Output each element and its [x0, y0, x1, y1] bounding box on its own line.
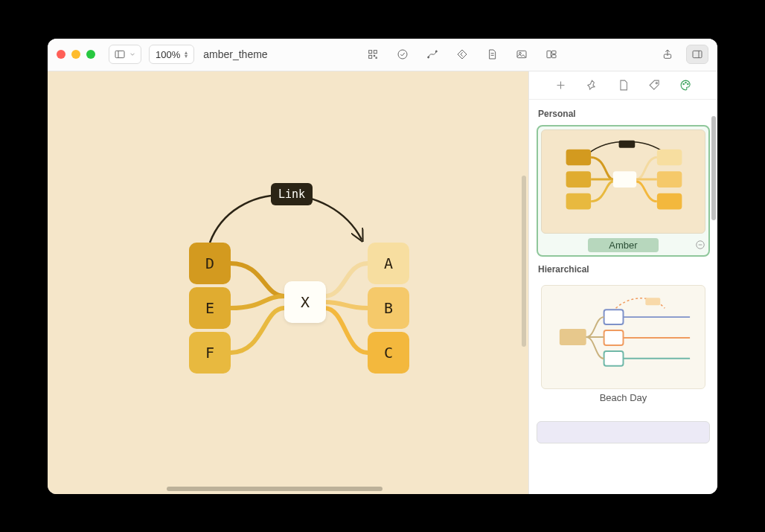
tab-themes[interactable] [679, 78, 693, 92]
plus-icon [554, 79, 567, 92]
svg-rect-39 [604, 330, 624, 345]
panel-vertical-scrollbar[interactable] [711, 116, 716, 220]
share-button[interactable] [656, 45, 679, 64]
svg-point-9 [435, 51, 437, 52]
node-label: A [384, 254, 393, 272]
svg-rect-0 [115, 51, 124, 57]
sidebar-toggle-button[interactable] [109, 45, 141, 64]
svg-rect-27 [613, 171, 637, 188]
chevron-down-icon [129, 51, 136, 58]
close-window-button[interactable] [57, 50, 65, 59]
theme-name-amber: Amber [588, 238, 658, 252]
zoom-value: 100% [156, 49, 180, 60]
svg-rect-28 [566, 149, 592, 165]
zoom-stepper[interactable]: 100% ▴▾ [149, 45, 194, 64]
svg-rect-36 [645, 298, 660, 305]
traffic-lights [57, 50, 95, 59]
qr-icon-button[interactable] [362, 45, 384, 64]
tab-document[interactable] [617, 78, 630, 92]
node-right-2[interactable]: C [368, 332, 409, 374]
svg-rect-3 [374, 51, 377, 54]
svg-rect-5 [374, 55, 374, 56]
svg-rect-15 [551, 51, 555, 54]
section-label-hierarchical: Hierarchical [538, 264, 708, 275]
theme-thumb-beach-day [541, 285, 705, 389]
svg-rect-29 [566, 171, 592, 188]
sidebar-icon [114, 48, 126, 60]
svg-point-23 [683, 83, 684, 84]
svg-rect-37 [560, 329, 586, 345]
node-label: F [205, 344, 214, 362]
curve-button[interactable] [421, 45, 444, 64]
svg-rect-40 [604, 350, 624, 365]
check-circle-button[interactable] [391, 45, 414, 64]
node-left-0[interactable]: D [189, 243, 231, 284]
svg-point-24 [685, 82, 686, 83]
fullscreen-window-button[interactable] [86, 50, 95, 59]
node-label: D [205, 254, 214, 272]
palette-icon [679, 79, 692, 92]
svg-rect-18 [693, 51, 702, 57]
theme-thumb-amber [541, 129, 705, 234]
link-label[interactable]: Link [271, 183, 313, 205]
layout-icon [545, 48, 557, 60]
panel-body[interactable]: Personal [529, 100, 717, 494]
theme-card-beach-day[interactable]: Beach Day [537, 281, 710, 408]
stepper-arrows-icon: ▴▾ [185, 51, 188, 58]
svg-point-22 [656, 82, 657, 83]
check-circle-icon [397, 48, 409, 60]
document-icon [617, 79, 630, 92]
image-button[interactable] [510, 45, 533, 64]
node-label: B [384, 299, 393, 317]
svg-rect-6 [376, 57, 377, 58]
app-window: 100% ▴▾ amber_theme [48, 39, 717, 494]
document-title: amber_theme [203, 48, 267, 60]
tab-pin[interactable] [586, 78, 599, 92]
node-left-2[interactable]: F [189, 332, 231, 374]
minimize-window-button[interactable] [71, 50, 80, 59]
node-right-1[interactable]: B [368, 287, 409, 329]
svg-point-7 [398, 50, 407, 59]
node-right-0[interactable]: A [368, 243, 409, 284]
node-label: E [205, 299, 214, 317]
node-center-label: X [301, 293, 310, 311]
tab-add[interactable] [554, 78, 568, 92]
theme-card-peek[interactable] [537, 421, 710, 443]
curve-icon [426, 48, 438, 60]
canvas-vertical-scrollbar[interactable] [522, 176, 526, 347]
note-icon [486, 48, 498, 60]
svg-point-8 [427, 57, 429, 58]
chevron-left-diamond-icon [456, 48, 468, 60]
panel-tabs [529, 71, 717, 100]
svg-rect-33 [657, 193, 682, 209]
pin-icon [586, 79, 598, 92]
layout-button[interactable] [540, 45, 563, 64]
tag-icon [648, 79, 661, 92]
titlebar: 100% ▴▾ amber_theme [48, 39, 717, 71]
svg-rect-38 [604, 310, 624, 324]
theme-name-beach-day: Beach Day [541, 392, 705, 403]
canvas-area[interactable]: Link X D E F A B C [48, 71, 528, 494]
node-left-1[interactable]: E [189, 287, 231, 329]
content-split: Link X D E F A B C [48, 71, 717, 494]
node-center[interactable]: X [284, 281, 326, 323]
inspector-toggle-button[interactable] [686, 45, 708, 64]
panel-right-icon [691, 48, 703, 60]
node-label: C [384, 344, 393, 362]
svg-rect-14 [547, 51, 551, 57]
svg-rect-32 [657, 171, 682, 188]
svg-rect-26 [619, 140, 636, 147]
back-button[interactable] [451, 45, 473, 64]
svg-rect-16 [551, 55, 555, 58]
svg-rect-30 [566, 193, 592, 209]
section-label-personal: Personal [538, 109, 708, 119]
theme-card-amber[interactable]: Amber [537, 125, 710, 257]
qr-icon [367, 48, 379, 60]
remove-theme-button[interactable] [695, 240, 705, 250]
tab-tag[interactable] [648, 78, 662, 92]
svg-rect-4 [368, 55, 371, 58]
image-icon [516, 48, 528, 60]
note-button[interactable] [481, 45, 503, 64]
share-icon [662, 48, 673, 60]
canvas-horizontal-scrollbar[interactable] [167, 487, 382, 491]
